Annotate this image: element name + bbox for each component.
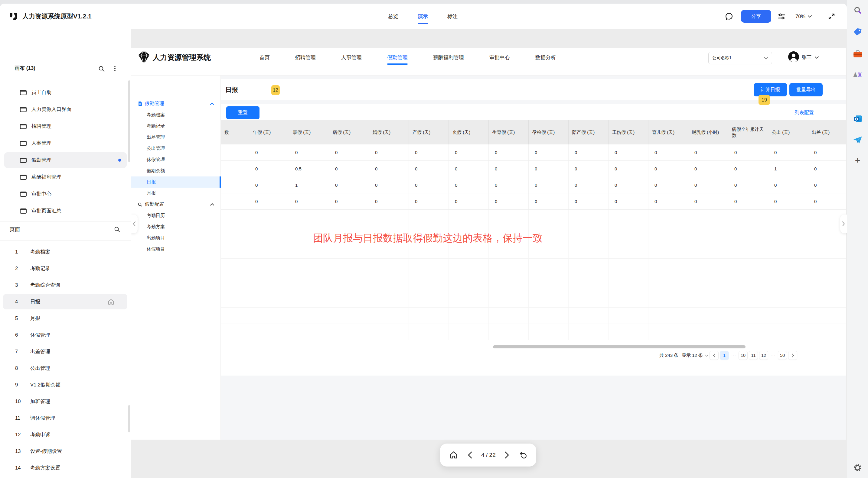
canvas-item[interactable]: 审批中心 [0,185,131,202]
canvas-item[interactable]: 人力资源入口界面 [0,101,131,118]
sidebar-item-日报[interactable]: 日报 [131,176,221,187]
toolbox-icon[interactable] [853,50,862,58]
page-pill-1[interactable]: 1 [720,351,729,360]
horizontal-scrollbar[interactable] [493,345,745,348]
sidebar-item-考勤档案[interactable]: 考勤档案 [131,109,221,121]
canvas-item[interactable]: 人事管理 [0,135,131,152]
sidebar-item-出差管理[interactable]: 出差管理 [131,132,221,143]
reset-button[interactable]: 重置 [226,106,259,119]
sidebar-item-出勤项目[interactable]: 出勤项目 [131,232,221,243]
prev-page-icon[interactable] [466,451,473,459]
canvas-item[interactable]: 招聘管理 [0,118,131,135]
canvas-item[interactable]: 员工自助 [0,84,131,101]
empty-cell [808,324,846,340]
restart-icon[interactable] [519,451,527,459]
more-menu-icon[interactable] [112,65,118,72]
avatar[interactable] [788,51,799,63]
page-item[interactable]: 2考勤记录 [0,260,131,277]
tab-演示[interactable]: 演示 [418,13,428,20]
page-pill-50[interactable]: 50 [778,351,787,360]
tab-标注[interactable]: 标注 [447,13,458,20]
collapse-right-panel-handle[interactable] [840,214,847,233]
settings-sliders-icon[interactable] [777,12,786,21]
page-item[interactable]: 8公出管理 [0,360,131,376]
zoom-control[interactable]: 70% [796,4,812,29]
table-row[interactable]: 00.50000000000010 [221,161,846,177]
page-item[interactable]: 12考勤申诉 [0,426,131,443]
sidebar-item-公出管理[interactable]: 公出管理 [131,143,221,154]
sidebar-item-休假管理[interactable]: 休假管理 [131,154,221,165]
table-row[interactable]: 000000000000000 [221,193,846,210]
page-item[interactable]: 15V1.2考勤方案详情 [0,476,131,478]
search-icon[interactable] [854,6,862,14]
sidebar-item-考勤日历[interactable]: 考勤日历 [131,210,221,221]
canvas-item[interactable]: 假勤管理 [0,152,131,169]
sidebar-item-休假项目[interactable]: 休假项目 [131,243,221,255]
calc-daily-button[interactable]: 计算日报 [754,83,787,96]
sidebar-item-假期余额[interactable]: 假期余额 [131,165,221,176]
company-select[interactable]: 公司名称1 [708,52,772,64]
outlook-icon[interactable] [854,115,862,123]
canvas-item[interactable]: 审批页面汇总 [0,202,131,219]
nav-数据分析[interactable]: 数据分析 [535,54,556,61]
divider [0,221,131,221]
pages-list-scrollbar[interactable] [128,405,130,432]
page-item[interactable]: 3考勤综合查询 [0,277,131,294]
list-config-link[interactable]: 列表配置 [795,110,814,116]
sidebar-group-假勤配置[interactable]: 假勤配置 [131,199,221,210]
empty-cell [409,210,449,226]
share-button[interactable]: 分享 [741,10,771,23]
nav-薪酬福利管理[interactable]: 薪酬福利管理 [433,54,464,61]
canvas-list-scrollbar[interactable] [128,80,130,162]
page-pill-11[interactable]: 11 [749,351,758,360]
table-cell: 0.5 [289,161,329,177]
pages-search-icon[interactable] [114,226,120,233]
prev-page-icon[interactable] [710,351,719,360]
nav-首页[interactable]: 首页 [259,54,270,61]
tab-总览[interactable]: 总览 [388,13,398,20]
nav-假勤管理[interactable]: 假勤管理 [387,54,408,61]
page-pill-12[interactable]: 12 [759,351,768,360]
table-cell: 0 [768,144,808,161]
page-item[interactable]: 6休假管理 [0,327,131,343]
page-item[interactable]: 4日报 [0,294,131,310]
games-icon[interactable]: ♟♜ [852,71,863,78]
page-item[interactable]: 7出差管理 [0,343,131,360]
page-item[interactable]: 5月报 [0,310,131,327]
next-page-icon[interactable] [788,351,797,360]
sidebar-item-月报[interactable]: 月报 [131,187,221,199]
page-item[interactable]: 14考勤方案设置 [0,459,131,476]
table-row[interactable]: 000000000000000 [221,144,846,161]
sidebar-group-假勤管理[interactable]: 假勤管理 [131,98,221,109]
page-item[interactable]: 13设置-假期设置 [0,443,131,459]
preview-player-bar: 4 / 22 [440,444,536,467]
fullscreen-icon[interactable] [828,12,836,21]
page-item[interactable]: 9V1.2假期余额 [0,376,131,393]
page-item[interactable]: 11调休假管理 [0,410,131,426]
sidebar-item-考勤方案[interactable]: 考勤方案 [131,221,221,232]
telegram-icon[interactable] [853,136,862,144]
next-page-icon[interactable] [504,451,510,459]
nav-审批中心[interactable]: 审批中心 [489,54,510,61]
plus-icon[interactable]: + [855,156,861,165]
page-pill-10[interactable]: 10 [739,351,748,360]
page-item[interactable]: 10加班管理 [0,393,131,410]
user-menu[interactable]: 张三 [802,48,819,67]
nav-招聘管理[interactable]: 招聘管理 [295,54,316,61]
page-item[interactable]: 1考勤档案 [0,243,131,260]
annotation-badge[interactable]: 19 [758,95,770,105]
canvas-search-icon[interactable] [98,65,105,72]
nav-人事管理[interactable]: 人事管理 [341,54,362,61]
tag-icon[interactable] [853,28,862,36]
home-icon[interactable] [449,450,458,459]
batch-export-button[interactable]: 批量导出 [789,83,823,96]
table-row[interactable]: 010000000000000 [221,177,846,193]
sidebar-item-考勤记录[interactable]: 考勤记录 [131,121,221,132]
chevron-up-icon [210,203,214,206]
collapse-left-panel-handle[interactable] [131,214,137,233]
annotation-badge[interactable]: 12 [271,85,280,95]
page-size-select[interactable]: 显示 12 条 [682,352,708,358]
settings-gear-icon[interactable] [854,464,862,472]
comment-icon[interactable] [725,12,734,21]
canvas-item[interactable]: 薪酬福利管理 [0,169,131,185]
